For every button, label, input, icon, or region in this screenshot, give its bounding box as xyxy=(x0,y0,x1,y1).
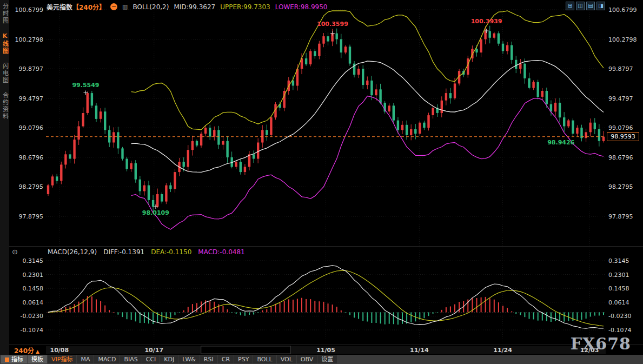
macd-axis-label: -0.1074 xyxy=(21,327,43,334)
price-axis-label: 99.8797 xyxy=(19,65,44,72)
macd-axis-label: -0.0230 xyxy=(608,313,631,320)
price-axis-label: 97.8795 xyxy=(608,213,633,220)
macd-axis-label: 0.3145 xyxy=(608,257,629,264)
window-controls: ⊞◫▤◨ xyxy=(566,2,605,10)
toolbar-item-bias[interactable]: BIAS xyxy=(120,355,141,363)
price-axis-label: 99.8797 xyxy=(608,65,633,72)
boll-lower-value: LOWER:98.9950 xyxy=(275,3,328,11)
macd-axis-label: 0.0614 xyxy=(23,299,44,306)
toolbar-item-settings[interactable]: 设置 xyxy=(317,355,337,363)
macd-pane-icon[interactable]: ⊙ xyxy=(12,248,18,256)
time-axis-label: 11/24 xyxy=(493,347,512,354)
window-layout-icon-1[interactable]: ⊞ xyxy=(566,2,574,10)
macd-header: MACD(26,12,9) DIFF:-0.1391 DEA:-0.1150 M… xyxy=(48,248,245,256)
toolbar-item-label: 设置 xyxy=(321,355,333,363)
indicator-square-icon xyxy=(5,358,9,362)
macd-axis-label: 0.3145 xyxy=(23,257,44,264)
timeframe-indicator[interactable]: 240分▲ xyxy=(14,346,39,355)
toolbar-item-label: BIAS xyxy=(124,355,137,363)
price-axis-label: 99.0796 xyxy=(608,124,633,131)
left-sidebar: 分时图K线图闪电图合约资料 xyxy=(0,0,9,364)
up-triangle-icon: ▲ xyxy=(36,349,39,354)
toolbar-item-label: MACD xyxy=(98,355,116,363)
toolbar-item-label: LW& xyxy=(182,355,196,363)
toolbar-item-lw[interactable]: LW& xyxy=(178,355,200,363)
toolbar-item-label: PSY xyxy=(238,355,249,363)
price-axis-label: 99.0796 xyxy=(19,124,44,131)
price-axis-label: 99.4797 xyxy=(19,95,44,102)
price-annotation: 99.5549 xyxy=(72,82,99,89)
toolbar-item-psy[interactable]: PSY xyxy=(234,355,253,363)
time-axis-label: 10/08 xyxy=(50,347,69,354)
toolbar-item-label: OBV xyxy=(301,355,313,363)
toolbar-item-rsi[interactable]: RSI xyxy=(200,355,217,363)
toolbar-item-label: MA xyxy=(81,355,90,363)
price-axis-label: 98.6796 xyxy=(608,154,633,161)
toolbar-item-boll[interactable]: BOLL xyxy=(253,355,276,363)
sidebar-tab-4[interactable]: 合约资料 xyxy=(1,92,9,120)
toolbar-item-cr[interactable]: CR xyxy=(218,355,234,363)
current-price-box: 98.9593 xyxy=(607,132,639,141)
boll-upper-line xyxy=(131,11,604,130)
macd-dea-value: DEA:-0.1150 xyxy=(151,248,191,256)
macd-axis-label: -0.1074 xyxy=(608,327,631,334)
sidebar-tab-3[interactable]: 闪电图 xyxy=(1,63,9,84)
toolbar-item-indicators[interactable]: 指标 xyxy=(1,355,27,363)
macd-macd-value: MACD:-0.0481 xyxy=(198,248,244,256)
window-layout-icon-3[interactable]: ▤ xyxy=(586,2,595,10)
price-axis-label: 97.8795 xyxy=(19,213,44,220)
price-axis-label: 100.6799 xyxy=(608,6,637,14)
period-label: 【240分】 xyxy=(72,2,105,11)
boll-label: BOLL(20,2) xyxy=(132,3,169,11)
macd-axis-label: 0.1458 xyxy=(608,285,629,292)
price-axis-label: 100.6799 xyxy=(15,6,44,14)
toolbar-item-templates[interactable]: 模板 xyxy=(28,355,47,363)
indicator-badge-icon: ▥ xyxy=(122,3,128,10)
toolbar-item-macd[interactable]: MACD xyxy=(94,355,120,363)
toolbar-item-obv[interactable]: OBV xyxy=(297,355,317,363)
toolbar-item-label: VOL xyxy=(281,355,293,363)
toolbar-item-vol[interactable]: VOL xyxy=(277,355,296,363)
toolbar-item-label: RSI xyxy=(204,355,214,363)
chart-canvas: 10/0810/1711/0511/1411/2412/03100.679910… xyxy=(0,0,643,364)
timeframe-label: 240分 xyxy=(14,347,34,355)
time-axis-label: 10/17 xyxy=(144,347,163,354)
title-group: 美元指数 【240分】 xyxy=(47,2,105,11)
time-scrollbar-thumb[interactable] xyxy=(201,346,291,354)
toolbar-item-label: KDJ xyxy=(164,355,174,363)
macd-label: MACD(26,12,9) xyxy=(48,248,97,256)
toolbar-item-ma[interactable]: MA xyxy=(77,355,94,363)
toolbar-item-label: BOLL xyxy=(257,355,272,363)
toolbar-item-label: CR xyxy=(222,355,230,363)
collapse-icon[interactable]: − xyxy=(110,3,117,10)
macd-diff-value: DIFF:-0.1391 xyxy=(103,248,144,256)
macd-axis-label: 0.0614 xyxy=(608,299,629,306)
price-annotation: 100.3939 xyxy=(471,18,502,25)
toolbar-item-vip-indicators[interactable]: VIP指标 xyxy=(48,355,76,363)
macd-histogram xyxy=(48,296,604,325)
window-layout-icon-4[interactable]: ◨ xyxy=(596,2,605,10)
toolbar-item-label: 指标 xyxy=(11,355,23,363)
macd-axis-label: 0.2301 xyxy=(23,272,44,279)
price-axis-label: 100.2798 xyxy=(608,36,637,43)
candlesticks xyxy=(47,26,605,213)
sidebar-tab-1[interactable]: 分时图 xyxy=(1,3,9,24)
sidebar-tab-2[interactable]: K线图 xyxy=(1,32,9,55)
time-axis-label: 11/05 xyxy=(316,347,335,354)
price-axis-label: 98.6796 xyxy=(19,154,44,161)
price-axis-label: 98.2795 xyxy=(19,183,44,190)
price-annotation: 98.9426 xyxy=(547,139,574,146)
toolbar-item-label: 模板 xyxy=(31,355,43,363)
toolbar-item-cci[interactable]: CCI xyxy=(142,355,160,363)
window-layout-icon-2[interactable]: ◫ xyxy=(576,2,585,10)
toolbar-item-kdj[interactable]: KDJ xyxy=(160,355,178,363)
price-annotation: 100.3599 xyxy=(317,21,348,28)
price-annotation: 98.0109 xyxy=(142,209,169,216)
bottom-toolbar: 指标模板VIP指标MAMACDBIASCCIKDJLW&RSICRPSYBOLL… xyxy=(0,355,643,364)
boll-lower-line xyxy=(131,96,604,230)
price-axis-label: 98.2795 xyxy=(608,183,633,190)
macd-axis-label: -0.0230 xyxy=(21,313,43,320)
symbol-title: 美元指数 xyxy=(47,2,72,11)
toolbar-item-label: CCI xyxy=(146,355,156,363)
macd-axis-label: 0.1458 xyxy=(23,285,44,292)
